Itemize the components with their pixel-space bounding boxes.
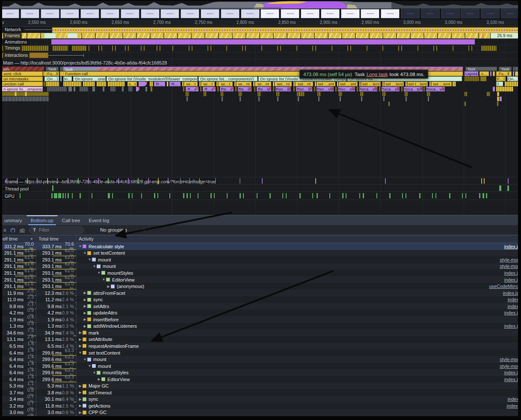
flame-bar[interactable] xyxy=(360,92,364,96)
flame-bar[interactable] xyxy=(239,92,242,96)
flame-bar[interactable] xyxy=(151,87,152,91)
flame-bar[interactable] xyxy=(128,87,133,91)
screenshot-thumbnail[interactable] xyxy=(281,9,299,18)
gpu-activity-tick[interactable] xyxy=(58,193,61,198)
screenshot-thumbnail[interactable] xyxy=(361,9,379,18)
flame-bar[interactable] xyxy=(60,76,62,81)
flame-bar[interactable] xyxy=(276,92,280,96)
gpu-activity-tick[interactable] xyxy=(435,193,436,198)
screenshot-thumbnail[interactable] xyxy=(221,9,240,18)
flame-bar[interactable]: On ignore list (\/node_modules\/|\/bower… xyxy=(107,76,198,81)
screenshot-thumbnail[interactable] xyxy=(301,9,320,18)
gpu-activity-tick[interactable] xyxy=(54,193,57,198)
screenshot-thumbnail[interactable] xyxy=(141,9,160,18)
table-row[interactable]: 291.1 ms61.6 %293.1 ms62.0 %▼mountstyle-… xyxy=(0,263,521,270)
flame-bar[interactable]: Task xyxy=(499,67,512,71)
gpu-activity-tick[interactable] xyxy=(406,193,406,198)
frame-activity-tick[interactable] xyxy=(27,178,28,184)
frame-activity-tick[interactable] xyxy=(128,178,129,184)
gpu-activity-tick[interactable] xyxy=(169,193,170,198)
frame-activity-tick[interactable] xyxy=(315,178,316,184)
flame-bar[interactable] xyxy=(15,92,17,96)
screenshot-thumbnail[interactable] xyxy=(41,9,59,18)
timing-marker[interactable] xyxy=(189,46,189,51)
gpu-activity-tick[interactable] xyxy=(465,193,466,198)
timing-marker[interactable] xyxy=(277,46,278,51)
frame-activity-tick[interactable] xyxy=(481,178,482,184)
timing-marker[interactable] xyxy=(347,46,348,51)
gpu-activity-tick[interactable] xyxy=(183,193,184,198)
timing-marker[interactable] xyxy=(192,46,192,51)
flame-bar[interactable] xyxy=(108,82,125,86)
timing-marker[interactable] xyxy=(101,46,102,51)
gpu-activity-tick[interactable] xyxy=(112,193,113,198)
gpu-activity-tick[interactable] xyxy=(51,193,53,198)
flame-bar[interactable] xyxy=(493,71,495,76)
lane-gpu[interactable]: GPU xyxy=(0,191,521,200)
flame-bar[interactable]: Rec…yle xyxy=(317,87,334,91)
flame-bar[interactable] xyxy=(496,87,513,91)
gpu-activity-tick[interactable] xyxy=(227,193,228,198)
flame-bar[interactable] xyxy=(490,71,491,76)
flame-bar[interactable] xyxy=(25,92,27,96)
flame-bar[interactable]: set …ent xyxy=(339,82,358,86)
timing-marker[interactable] xyxy=(398,46,399,51)
flame-bar[interactable] xyxy=(465,76,479,81)
activity-header[interactable]: Activity xyxy=(79,236,94,241)
table-row[interactable]: 3.4 ms0.7 %30.1 ms6.4 %▶syncindex. xyxy=(0,396,521,403)
flame-bar[interactable] xyxy=(335,87,337,91)
flame-bar[interactable]: O… xyxy=(496,82,503,86)
frame-activity-tick[interactable] xyxy=(199,178,200,184)
flame-bar[interactable] xyxy=(383,97,385,101)
table-header[interactable]: elf time ▼ Total time Activity xyxy=(0,235,521,243)
disclosure-triangle[interactable]: ▶ xyxy=(78,411,83,414)
timing-marker[interactable] xyxy=(468,46,469,51)
frame-activity-tick[interactable] xyxy=(108,178,109,184)
flame-bar[interactable] xyxy=(359,82,361,86)
timing-marker[interactable] xyxy=(207,46,208,51)
gpu-activity-tick[interactable] xyxy=(342,193,343,198)
flame-bar[interactable] xyxy=(405,92,408,96)
flame-bar[interactable] xyxy=(299,92,305,96)
frame-green-segment[interactable] xyxy=(44,33,56,38)
disclosure-triangle[interactable]: ▶ xyxy=(83,311,87,315)
frame-activity-tick[interactable] xyxy=(78,178,79,184)
table-row[interactable]: 3.2 ms0.7 %11.8 ms2.5 %▶getActionsindex.… xyxy=(0,402,521,409)
gpu-activity-tick[interactable] xyxy=(62,193,64,198)
flame-bar[interactable] xyxy=(401,87,403,91)
gpu-activity-tick[interactable] xyxy=(269,193,271,198)
flame-bar[interactable] xyxy=(258,97,260,101)
flame-bar[interactable]: A… xyxy=(480,71,489,76)
gpu-activity-tick[interactable] xyxy=(329,193,330,198)
gpu-activity-tick[interactable] xyxy=(483,193,484,198)
flame-bar[interactable]: On…) xyxy=(46,76,59,81)
flame-bar[interactable] xyxy=(500,97,502,101)
table-row[interactable]: 34.6 ms7.3 %34.9 ms7.4 %▶mark xyxy=(0,329,521,336)
flame-bar[interactable] xyxy=(465,92,467,96)
flame-bar[interactable]: vent: click xyxy=(0,71,43,76)
main-thread-title[interactable]: Main — http://localhost:3000/projects/bd… xyxy=(3,60,167,65)
table-row[interactable]: 291.1 ms61.6 %293.1 ms62.0 %▶(anonymous)… xyxy=(0,283,521,290)
column-divider[interactable] xyxy=(36,234,36,420)
screenshot-thumbnail[interactable] xyxy=(481,9,500,18)
screenshot-thumbnail[interactable] xyxy=(441,9,460,18)
flame-bar[interactable] xyxy=(314,87,316,91)
sort-caret-icon[interactable]: ▼ xyxy=(30,237,33,241)
timing-marker-cluster[interactable] xyxy=(72,46,86,51)
flame-bar[interactable] xyxy=(80,87,88,91)
gpu-activity-tick[interactable] xyxy=(257,193,258,198)
gpu-activity-tick[interactable] xyxy=(419,193,420,198)
thread-pool-tick[interactable] xyxy=(499,185,501,191)
disclosure-triangle[interactable]: ▶ xyxy=(78,344,83,348)
screenshot-thumbnail[interactable] xyxy=(501,9,520,18)
gpu-activity-tick[interactable] xyxy=(214,193,215,198)
disclosure-triangle[interactable]: ▶ xyxy=(97,377,101,381)
gpu-activity-tick[interactable] xyxy=(389,193,391,198)
timing-marker[interactable] xyxy=(332,46,332,51)
table-row[interactable]: 11.9 ms2.5 %12.3 ms2.6 %▶attrsFromFaceti… xyxy=(0,290,521,297)
table-row[interactable]: 291.1 ms61.6 %293.1 ms62.0 %▼set textCon… xyxy=(0,250,521,257)
gpu-activity-tick[interactable] xyxy=(92,193,92,198)
frame-activity-tick[interactable] xyxy=(138,178,139,184)
tab-call-tree[interactable]: Call tree xyxy=(58,215,85,225)
flame-bar[interactable]: Task xyxy=(465,67,497,71)
